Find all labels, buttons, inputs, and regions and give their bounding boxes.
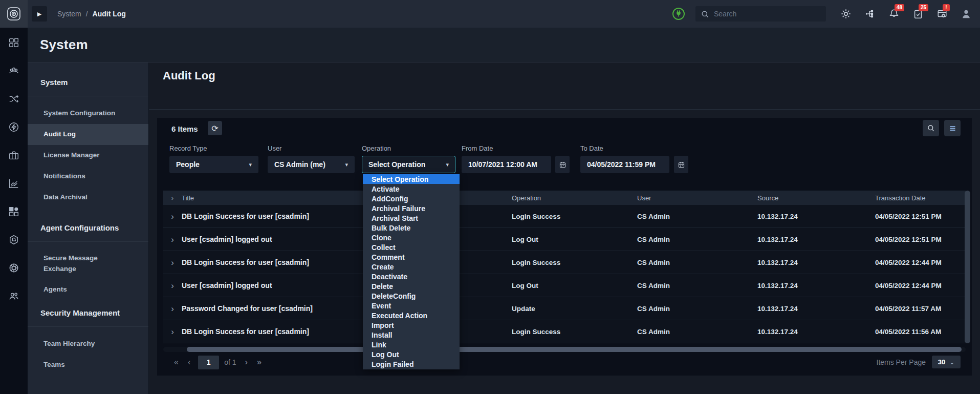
expand-all-icon[interactable]: › — [163, 195, 182, 201]
from-date-calendar-button[interactable] — [555, 156, 570, 173]
breadcrumb-current: Audit Log — [93, 10, 126, 18]
notifications-badge: 48 — [895, 4, 904, 11]
sidebar-item-system-configuration[interactable]: System Configuration — [28, 103, 148, 124]
row-operation: Login Success — [512, 213, 637, 220]
table-row[interactable]: › User [csadmin] logged out Log Out CS A… — [163, 228, 966, 251]
app-logo[interactable] — [0, 0, 28, 28]
audit-log-table: › Title Operation User Source Transactio… — [163, 191, 966, 343]
sidebar-item-label: License Manager — [43, 150, 100, 161]
search-input[interactable] — [714, 10, 821, 18]
settings-wheel-icon[interactable] — [8, 262, 19, 274]
operation-select[interactable]: Select Operation ▾ — [362, 156, 455, 173]
refresh-button[interactable]: ⟳ — [208, 121, 222, 135]
dashboard-icon[interactable] — [8, 37, 19, 48]
row-source: 10.132.17.24 — [757, 328, 875, 336]
analytics-icon[interactable] — [8, 178, 19, 189]
system-status-button[interactable]: ! — [937, 8, 948, 19]
sidebar-item-teams[interactable]: Teams — [28, 355, 148, 376]
previous-page-button[interactable]: ‹ — [183, 358, 195, 367]
table-row[interactable]: › User [csadmin] logged out Log Out CS A… — [163, 274, 966, 297]
horizontal-scrollbar-thumb[interactable] — [187, 347, 962, 352]
sidebar-item-data-archival[interactable]: Data Archival — [28, 187, 148, 208]
organization-icon[interactable] — [8, 150, 19, 161]
dropdown-option-collect[interactable]: Collect — [363, 242, 460, 252]
hierarchy-button[interactable] — [864, 8, 876, 19]
to-date-input[interactable]: 04/05/2022 11:59 PM — [580, 156, 669, 173]
dropdown-option-activate[interactable]: Activate — [363, 184, 460, 194]
dropdown-option-login-failed[interactable]: Login Failed — [363, 360, 460, 369]
page-title-bar: System — [28, 28, 980, 63]
dropdown-option-deactivate[interactable]: Deactivate — [363, 272, 460, 281]
calendar-icon — [678, 161, 685, 169]
table-row[interactable]: › Password Changed for user [csadmin] Up… — [163, 297, 966, 320]
record-type-value: People — [176, 160, 200, 169]
last-page-button[interactable]: » — [252, 358, 266, 367]
health-status-icon[interactable] — [672, 7, 685, 20]
table-row[interactable]: › DB Login Success for user [csadmin] Lo… — [163, 205, 966, 228]
sidebar-item-notifications[interactable]: Notifications — [28, 166, 148, 187]
dropdown-option-event[interactable]: Event — [363, 301, 460, 311]
dropdown-option-archival-failure[interactable]: Archival Failure — [363, 203, 460, 213]
row-expand-icon[interactable]: › — [163, 235, 182, 244]
section-heading: Audit Log — [163, 69, 215, 82]
pagination: « ‹ 1 of 1 › » — [169, 355, 266, 370]
actions-icon[interactable] — [8, 121, 19, 133]
col-transaction-date: Transaction Date — [875, 194, 966, 202]
audiences-icon[interactable] — [8, 65, 19, 76]
sidebar-item-license-manager[interactable]: License Manager — [28, 145, 148, 166]
row-expand-icon[interactable]: › — [163, 258, 182, 267]
dropdown-option-log-out[interactable]: Log Out — [363, 350, 460, 360]
breadcrumb-parent[interactable]: System — [57, 10, 81, 18]
table-search-button[interactable] — [923, 120, 939, 136]
row-source: 10.132.17.24 — [757, 213, 875, 220]
row-transaction-date: 04/05/2022 11:57 AM — [875, 305, 966, 313]
horizontal-scrollbar-track — [163, 347, 966, 352]
dropdown-option-clone[interactable]: Clone — [363, 233, 460, 242]
settings-gear-button[interactable] — [840, 8, 852, 19]
dropdown-option-addconfig[interactable]: AddConfig — [363, 194, 460, 203]
dropdown-option-select-operation[interactable]: Select Operation — [363, 174, 460, 184]
dropdown-option-delete[interactable]: Delete — [363, 282, 460, 292]
column-settings-button[interactable] — [944, 120, 961, 136]
sidebar-item-label: System Configuration — [43, 108, 115, 119]
dropdown-option-deleteconfig[interactable]: DeleteConfig — [363, 292, 460, 301]
row-expand-icon[interactable]: › — [163, 281, 182, 290]
dropdown-option-install[interactable]: Install — [363, 330, 460, 340]
from-date-input[interactable]: 10/07/2021 12:00 AM — [462, 156, 551, 173]
dropdown-option-create[interactable]: Create — [363, 262, 460, 272]
sidebar-item-secure-message-exchange[interactable]: Secure Message Exchange — [28, 248, 133, 279]
list-icon — [949, 125, 956, 132]
operation-label: Operation — [362, 144, 391, 152]
current-page[interactable]: 1 — [198, 356, 219, 369]
user-select[interactable]: CS Admin (me) ▾ — [268, 156, 355, 173]
row-expand-icon[interactable]: › — [163, 327, 182, 336]
row-expand-icon[interactable]: › — [163, 304, 182, 313]
vertical-scrollbar[interactable] — [965, 191, 970, 343]
next-page-button[interactable]: › — [241, 358, 252, 367]
apps-icon[interactable] — [8, 206, 19, 217]
dropdown-option-import[interactable]: Import — [363, 321, 460, 330]
notifications-bell-button[interactable]: 48 — [888, 8, 900, 19]
dropdown-option-bulk-delete[interactable]: Bulk Delete — [363, 223, 460, 233]
dropdown-option-executed-action[interactable]: Executed Action — [363, 311, 460, 321]
user-menu-button[interactable] — [961, 8, 972, 19]
row-expand-icon[interactable]: › — [163, 212, 182, 221]
tasks-button[interactable]: 25 — [912, 8, 924, 19]
table-row[interactable]: › DB Login Success for user [csadmin] Lo… — [163, 251, 966, 274]
connections-icon[interactable] — [8, 93, 19, 105]
items-per-page-select[interactable]: 30 ⌄ — [932, 356, 961, 368]
teams-icon[interactable] — [8, 291, 19, 302]
table-row[interactable]: › DB Login Success for user [csadmin] Lo… — [163, 320, 966, 343]
dropdown-option-comment[interactable]: Comment — [363, 252, 460, 262]
record-type-select[interactable]: People ▾ — [169, 156, 258, 173]
col-operation: Operation — [512, 194, 637, 202]
sidebar-item-audit-log[interactable]: Audit Log — [28, 124, 148, 145]
to-date-calendar-button[interactable] — [674, 156, 688, 173]
sidebar-item-agents[interactable]: Agents — [28, 279, 148, 300]
dropdown-option-link[interactable]: Link — [363, 340, 460, 350]
expand-nav-button[interactable]: ▶ — [32, 6, 47, 22]
alerts-icon[interactable] — [8, 234, 19, 245]
dropdown-option-archival-start[interactable]: Archival Start — [363, 213, 460, 223]
first-page-button[interactable]: « — [169, 358, 183, 367]
sidebar-item-team-hierarchy[interactable]: Team Hierarchy — [28, 334, 148, 355]
